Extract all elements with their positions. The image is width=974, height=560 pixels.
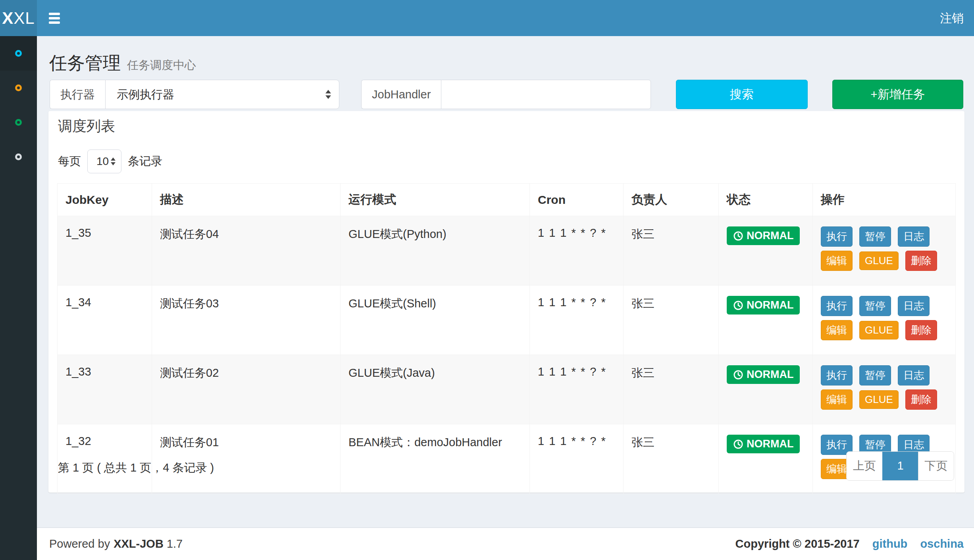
pause-button[interactable]: 暂停: [859, 296, 891, 316]
clock-icon: [733, 370, 743, 380]
table-row: 1_32 测试任务01 BEAN模式：demoJobHandler 1 1 1 …: [58, 424, 956, 494]
edit-button[interactable]: 编辑: [821, 389, 853, 410]
github-link[interactable]: github: [872, 537, 908, 550]
cell-actions: 执行 暂停 日志 编辑 GLUE 删除: [813, 286, 956, 355]
page-title: 任务管理: [49, 51, 121, 75]
status-text: NORMAL: [747, 230, 793, 242]
execute-button[interactable]: 执行: [821, 296, 853, 316]
col-jobkey: JobKey: [58, 184, 152, 216]
cell-desc: 测试任务02: [152, 355, 341, 424]
jobhandler-input[interactable]: [441, 80, 651, 109]
cell-status: NORMAL: [719, 355, 813, 424]
add-job-button[interactable]: +新增任务: [832, 80, 963, 109]
pagination-info: 第 1 页 ( 总共 1 页，4 条记录 ): [58, 460, 214, 476]
delete-button[interactable]: 删除: [905, 251, 937, 271]
status-badge: NORMAL: [727, 226, 800, 245]
cell-mode: GLUE模式(Shell): [341, 286, 530, 355]
cell-desc: 测试任务03: [152, 286, 341, 355]
glue-button[interactable]: GLUE: [859, 390, 899, 409]
select-caret-icon: [325, 90, 331, 99]
table-header-row: JobKey 描述 运行模式 Cron 负责人 状态 操作: [58, 184, 956, 216]
footer-powered-by: Powered byXXL-JOB 1.7: [49, 537, 186, 550]
page-size-select[interactable]: 10: [87, 150, 121, 173]
status-text: NORMAL: [747, 368, 793, 381]
cell-jobkey: 1_35: [58, 216, 152, 286]
logout-link[interactable]: 注销: [930, 0, 974, 36]
jobs-table-wrap: JobKey 描述 运行模式 Cron 负责人 状态 操作 1_35 测试任务0…: [57, 183, 956, 494]
col-actions: 操作: [813, 184, 956, 216]
product-name: XXL-JOB: [114, 537, 164, 550]
col-cron: Cron: [530, 184, 624, 216]
table-row: 1_33 测试任务02 GLUE模式(Java) 1 1 1 * * ? * 张…: [58, 355, 956, 424]
sidebar-item-3[interactable]: [0, 105, 37, 140]
delete-button[interactable]: 删除: [905, 389, 937, 410]
cell-desc: 测试任务01: [152, 424, 341, 494]
cell-actions: 执行 暂停 日志 编辑 GLUE 删除: [813, 216, 956, 286]
table-row: 1_35 测试任务04 GLUE模式(Python) 1 1 1 * * ? *…: [58, 216, 956, 286]
clock-icon: [733, 439, 743, 449]
app-logo: XXL: [0, 0, 37, 36]
cell-jobkey: 1_34: [58, 286, 152, 355]
schedule-list-panel: 调度列表 每页 10 条记录 JobKey 描述 运行模式: [48, 111, 964, 493]
sidebar-item-1[interactable]: [0, 36, 37, 71]
glue-button[interactable]: GLUE: [859, 321, 899, 339]
status-badge: NORMAL: [727, 365, 800, 384]
page-size-suffix: 条记录: [128, 153, 162, 169]
top-navbar: XXL 注销: [0, 0, 974, 36]
prev-page-button[interactable]: 上页: [847, 452, 882, 480]
sidebar: [0, 36, 37, 560]
jobs-table: JobKey 描述 运行模式 Cron 负责人 状态 操作 1_35 测试任务0…: [57, 183, 956, 494]
cell-status: NORMAL: [719, 424, 813, 494]
sidebar-item-4[interactable]: [0, 140, 37, 174]
copyright-text: Copyright © 2015-2017: [735, 537, 860, 550]
page-size-control: 每页 10 条记录: [58, 149, 162, 174]
col-desc: 描述: [152, 184, 341, 216]
select-caret-icon: [111, 157, 115, 165]
pause-button[interactable]: 暂停: [859, 226, 891, 247]
footer-copyright: Copyright © 2015-2017 github oschina: [735, 537, 964, 550]
col-status: 状态: [719, 184, 813, 216]
cell-desc: 测试任务04: [152, 216, 341, 286]
edit-button[interactable]: 编辑: [821, 320, 853, 340]
executor-selected-value: 示例执行器: [117, 88, 174, 101]
circle-icon: [15, 50, 22, 57]
menu-toggle-button[interactable]: [41, 0, 67, 36]
status-text: NORMAL: [747, 299, 793, 311]
status-badge: NORMAL: [727, 296, 800, 315]
filter-row: 执行器 示例执行器 JobHandler 搜索 +新增任务: [37, 80, 974, 109]
next-page-button[interactable]: 下页: [918, 452, 954, 480]
cell-owner: 张三: [624, 216, 719, 286]
product-version: 1.7: [167, 537, 183, 550]
jobhandler-input-group: JobHandler: [361, 80, 651, 109]
clock-icon: [733, 231, 743, 241]
cell-owner: 张三: [624, 286, 719, 355]
search-button[interactable]: 搜索: [676, 80, 808, 109]
pagination: 上页 1 下页: [846, 451, 954, 481]
executor-select[interactable]: 示例执行器: [105, 80, 339, 109]
circle-icon: [15, 119, 22, 126]
edit-button[interactable]: 编辑: [821, 251, 853, 271]
page-header: 任务管理 任务调度中心: [49, 51, 196, 75]
clock-icon: [733, 300, 743, 311]
page-1-button[interactable]: 1: [882, 452, 918, 480]
executor-label: 执行器: [50, 80, 105, 109]
glue-button[interactable]: GLUE: [859, 251, 899, 270]
oschina-link[interactable]: oschina: [920, 537, 964, 550]
col-mode: 运行模式: [341, 184, 530, 216]
cell-mode: GLUE模式(Python): [341, 216, 530, 286]
execute-button[interactable]: 执行: [821, 365, 853, 385]
log-button[interactable]: 日志: [898, 226, 930, 247]
cell-status: NORMAL: [719, 286, 813, 355]
executor-input-group: 执行器 示例执行器: [50, 80, 339, 109]
delete-button[interactable]: 删除: [905, 320, 937, 340]
pause-button[interactable]: 暂停: [859, 365, 891, 385]
execute-button[interactable]: 执行: [821, 226, 853, 247]
jobhandler-label: JobHandler: [361, 80, 441, 109]
log-button[interactable]: 日志: [898, 296, 930, 316]
cell-owner: 张三: [624, 424, 719, 494]
page-subtitle: 任务调度中心: [127, 58, 196, 73]
cell-actions: 执行 暂停 日志 编辑 GLUE 删除: [813, 355, 956, 424]
logo-text: XL: [13, 9, 35, 27]
sidebar-item-2[interactable]: [0, 71, 37, 105]
log-button[interactable]: 日志: [898, 365, 930, 385]
